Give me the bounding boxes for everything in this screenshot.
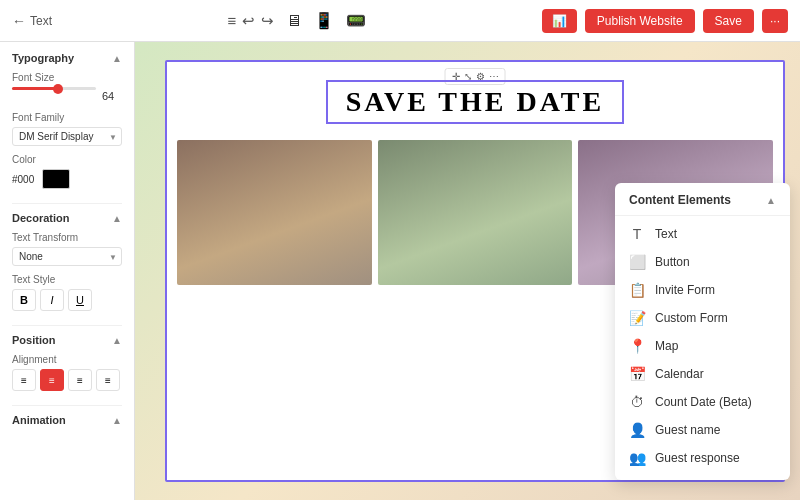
font-family-select[interactable]: DM Serif Display	[12, 127, 122, 146]
analytics-button[interactable]: 📊	[542, 9, 577, 33]
publish-label: Publish Website	[597, 14, 683, 28]
typography-section: Typography ▲ Font Size 64 Font Family DM…	[12, 52, 122, 189]
back-label: Text	[30, 14, 52, 28]
left-panel: Typography ▲ Font Size 64 Font Family DM…	[0, 42, 135, 500]
typography-header: Typography ▲	[12, 52, 122, 64]
ce-item-calendar[interactable]: 📅 Calendar	[615, 360, 790, 388]
device-desktop-icon[interactable]: 🖥	[286, 12, 302, 30]
text-transform-label: Text Transform	[12, 232, 122, 243]
italic-button[interactable]: I	[40, 289, 64, 311]
align-justify-icon: ≡	[105, 375, 111, 386]
photo-2[interactable]	[378, 140, 573, 285]
animation-header: Animation ▲	[12, 414, 122, 426]
save-the-date-text[interactable]: SAVE THE DATE	[326, 80, 624, 124]
device-mobile-icon[interactable]: 📟	[346, 11, 366, 30]
color-value: #000	[12, 174, 34, 185]
slider-thumb[interactable]	[53, 84, 63, 94]
color-swatch[interactable]	[42, 169, 70, 189]
topbar-left: ← Text	[12, 13, 52, 29]
back-arrow-icon: ←	[12, 13, 26, 29]
typography-title: Typography	[12, 52, 74, 64]
position-header: Position ▲	[12, 334, 122, 346]
divider-1	[12, 203, 122, 204]
bold-button[interactable]: B	[12, 289, 36, 311]
main-area: Typography ▲ Font Size 64 Font Family DM…	[0, 42, 800, 500]
text-transform-chevron-icon: ▼	[109, 252, 117, 261]
topbar-right: 📊 Publish Website Save ···	[542, 9, 788, 33]
canvas-area: ✛ ⤡ ⚙ ⋯ SAVE THE DATE	[135, 42, 800, 500]
text-style-label: Text Style	[12, 274, 122, 285]
photo-2-figure	[378, 140, 573, 285]
ce-item-text[interactable]: T Text	[615, 220, 790, 248]
guest-name-icon: 👤	[629, 422, 645, 438]
ce-item-count-date[interactable]: ⏱ Count Date (Beta)	[615, 388, 790, 416]
ce-item-guest-response[interactable]: 👥 Guest response	[615, 444, 790, 472]
photo-1[interactable]	[177, 140, 372, 285]
font-size-row: 64	[12, 87, 122, 104]
align-left-button[interactable]: ≡	[12, 369, 36, 391]
position-title: Position	[12, 334, 55, 346]
typography-chevron-icon: ▲	[112, 53, 122, 64]
alignment-label: Alignment	[12, 354, 122, 365]
undo-icon-btn[interactable]: ↩	[242, 12, 255, 30]
align-justify-button[interactable]: ≡	[96, 369, 120, 391]
topbar-icons: ≡ ↩ ↪	[228, 12, 275, 30]
font-family-select-wrapper: DM Serif Display ▼	[12, 127, 122, 146]
save-date-section: ✛ ⤡ ⚙ ⋯ SAVE THE DATE	[167, 62, 783, 134]
divider-3	[12, 405, 122, 406]
menu-icon-btn[interactable]: ≡	[228, 12, 237, 29]
ce-close-icon[interactable]: ▲	[766, 195, 776, 206]
button-icon: ⬜	[629, 254, 645, 270]
publish-button[interactable]: Publish Website	[585, 9, 695, 33]
align-right-button[interactable]: ≡	[68, 369, 92, 391]
align-left-icon: ≡	[21, 375, 27, 386]
position-section: Position ▲ Alignment ≡ ≡ ≡ ≡	[12, 334, 122, 391]
underline-label: U	[76, 294, 84, 306]
ce-item-guest-name[interactable]: 👤 Guest name	[615, 416, 790, 444]
text-transform-select[interactable]: None	[12, 247, 122, 266]
animation-section: Animation ▲	[12, 414, 122, 426]
align-right-icon: ≡	[77, 375, 83, 386]
analytics-icon: 📊	[552, 14, 567, 28]
font-family-label: Font Family	[12, 112, 122, 123]
ce-item-invite-form[interactable]: 📋 Invite Form	[615, 276, 790, 304]
ce-header: Content Elements ▲	[615, 183, 790, 216]
back-button[interactable]: ← Text	[12, 13, 52, 29]
invite-form-icon: 📋	[629, 282, 645, 298]
ce-item-button[interactable]: ⬜ Button	[615, 248, 790, 276]
ce-map-label: Map	[655, 339, 678, 353]
ce-calendar-label: Calendar	[655, 367, 704, 381]
ce-item-custom-form[interactable]: 📝 Custom Form	[615, 304, 790, 332]
device-tablet-icon[interactable]: 📱	[314, 11, 334, 30]
custom-form-icon: 📝	[629, 310, 645, 326]
color-label: Color	[12, 154, 122, 165]
position-chevron-icon: ▲	[112, 335, 122, 346]
align-center-button[interactable]: ≡	[40, 369, 64, 391]
animation-chevron-icon: ▲	[112, 415, 122, 426]
ce-guest-response-label: Guest response	[655, 451, 740, 465]
more-button[interactable]: ···	[762, 9, 788, 33]
ce-item-map[interactable]: 📍 Map	[615, 332, 790, 360]
color-row: #000	[12, 169, 122, 189]
more-label: ···	[770, 14, 780, 28]
animation-title: Animation	[12, 414, 66, 426]
guest-response-icon: 👥	[629, 450, 645, 466]
save-button[interactable]: Save	[703, 9, 754, 33]
ce-button-label: Button	[655, 255, 690, 269]
ce-invite-form-label: Invite Form	[655, 283, 715, 297]
decoration-section: Decoration ▲ Text Transform None ▼ Text …	[12, 212, 122, 311]
font-size-slider[interactable]	[12, 87, 96, 96]
underline-button[interactable]: U	[68, 289, 92, 311]
italic-label: I	[50, 294, 53, 306]
ce-custom-form-label: Custom Form	[655, 311, 728, 325]
ce-guest-name-label: Guest name	[655, 423, 720, 437]
font-size-value: 64	[102, 90, 122, 102]
redo-icon-btn[interactable]: ↪	[261, 12, 274, 30]
bold-label: B	[20, 294, 28, 306]
divider-2	[12, 325, 122, 326]
slider-track	[12, 87, 96, 90]
count-date-icon: ⏱	[629, 394, 645, 410]
ce-title: Content Elements	[629, 193, 731, 207]
decoration-chevron-icon: ▲	[112, 213, 122, 224]
align-center-icon: ≡	[49, 375, 55, 386]
